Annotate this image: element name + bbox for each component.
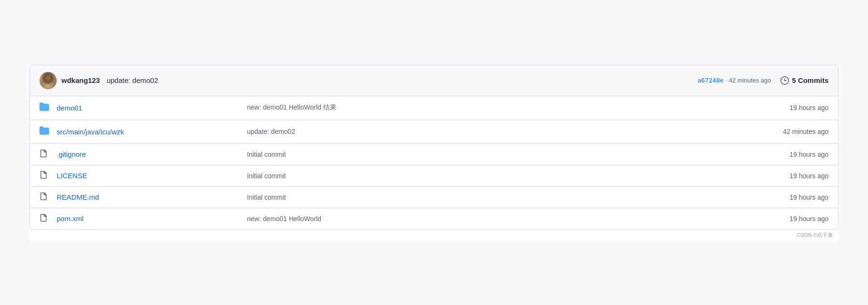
file-name[interactable]: README.md [57,193,237,201]
commits-link[interactable]: 5 Commits [780,76,829,85]
file-name[interactable]: pom.xml [57,214,237,223]
table-row: README.mdInitial commit19 hours ago [30,187,838,208]
clock-icon [780,76,789,85]
file-icon-cell [39,102,57,114]
folder-icon [39,102,49,114]
repo-container: wdkang123 update: demo02 a67248e · 42 mi… [30,65,838,241]
file-timestamp: 19 hours ago [743,172,829,180]
file-timestamp: 19 hours ago [743,215,829,223]
file-name[interactable]: src/main/java/icu/wzk [57,128,237,136]
file-timestamp: 42 minutes ago [743,128,829,135]
file-icon [39,150,47,159]
file-icon [39,214,47,224]
file-name[interactable]: demo01 [57,104,237,112]
file-list: demo01new: demo01 HelloWorld 结果19 hours … [30,96,838,229]
file-icon-cell [39,126,57,138]
file-commit-message: Initial commit [237,193,743,201]
table-row: src/main/java/icu/wzkupdate: demo0242 mi… [30,120,838,144]
avatar [39,72,57,89]
avatar-image [39,72,57,89]
latest-commit-message: update: demo02 [107,76,158,84]
file-icon-cell [39,171,57,181]
file-icon-cell [39,214,57,224]
file-icon [39,171,47,181]
repo-header: wdkang123 update: demo02 a67248e · 42 mi… [30,65,838,96]
file-name[interactable]: LICENSE [57,172,237,180]
commit-hash[interactable]: a67248e [698,77,724,84]
table-row: LICENSEInitial commit19 hours ago [30,165,838,187]
author-name[interactable]: wdkang123 [61,76,100,84]
file-icon [39,193,47,202]
file-icon-cell [39,193,57,202]
file-timestamp: 19 hours ago [743,104,829,112]
watermark: CSDN ©武子康 [30,230,838,241]
file-commit-message: update: demo02 [237,128,743,135]
file-commit-message: new: demo01 HelloWorld 结果 [237,103,743,112]
table-row: pom.xmlnew: demo01 HelloWorld19 hours ag… [30,208,838,229]
table-row: .gitignoreInitial commit19 hours ago [30,144,838,165]
table-row: demo01new: demo01 HelloWorld 结果19 hours … [30,96,838,120]
file-name[interactable]: .gitignore [57,150,237,158]
file-icon-cell [39,150,57,159]
file-timestamp: 19 hours ago [743,151,829,158]
commits-count-label: 5 Commits [792,76,829,84]
file-commit-message: Initial commit [237,151,743,158]
header-left: wdkang123 update: demo02 [39,72,158,89]
file-commit-message: Initial commit [237,172,743,180]
header-right: a67248e · 42 minutes ago 5 Commits [698,76,829,85]
folder-icon [39,126,49,138]
file-commit-message: new: demo01 HelloWorld [237,215,743,223]
commit-hash-info: a67248e · 42 minutes ago [698,77,771,84]
repo-table: wdkang123 update: demo02 a67248e · 42 mi… [30,65,838,230]
file-timestamp: 19 hours ago [743,193,829,201]
commit-time: 42 minutes ago [729,77,771,84]
